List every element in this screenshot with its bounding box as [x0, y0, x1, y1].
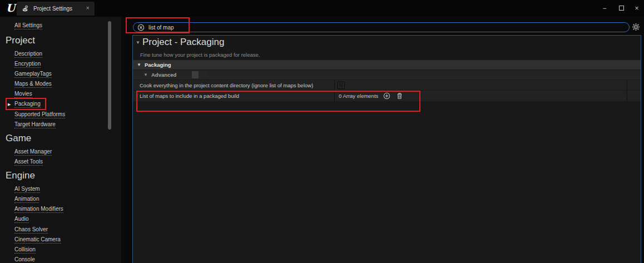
- sidebar-item-gameplaytags[interactable]: GameplayTags: [14, 71, 52, 77]
- sidebar-section-project: Project: [6, 35, 35, 46]
- property-row-cook-everything: Cook everything in the project content d…: [133, 80, 641, 90]
- clear-search-icon[interactable]: [137, 24, 145, 31]
- sidebar-section-game: Game: [6, 133, 31, 144]
- property-label: List of maps to include in a packaged bu…: [133, 91, 334, 101]
- sidebar-item-maps-modes[interactable]: Maps & Modes: [14, 81, 52, 87]
- category-label: Packaging: [145, 62, 171, 68]
- sidebar-item-animation[interactable]: Animation: [14, 196, 39, 202]
- sidebar-item-cinematic-camera[interactable]: Cinematic Camera: [14, 236, 61, 243]
- details-panel: ▼ Project - Packaging Fine tune how your…: [132, 35, 641, 263]
- sidebar-item-chaos-solver[interactable]: Chaos Solver: [14, 226, 48, 233]
- advanced-thumb-dark: [200, 71, 206, 78]
- sidebar-item-movies[interactable]: Movies: [14, 91, 32, 97]
- unreal-logo-icon: U: [4, 1, 17, 14]
- sidebar-item-audio[interactable]: Audio: [14, 216, 29, 222]
- close-button[interactable]: ×: [631, 2, 643, 14]
- tab-close-icon[interactable]: ×: [86, 4, 90, 11]
- sidebar-item-animation-modifiers[interactable]: Animation Modifiers: [14, 206, 63, 212]
- search-input[interactable]: [148, 23, 629, 31]
- sidebar-item-encryption[interactable]: Encryption: [14, 61, 41, 67]
- sidebar-item-target-hardware[interactable]: Target Hardware: [14, 121, 56, 128]
- maximize-button[interactable]: [615, 2, 627, 14]
- maximize-icon: [619, 6, 624, 11]
- property-label: Cook everything in the project content d…: [133, 80, 334, 90]
- tab-project-settings[interactable]: Project Settings ×: [17, 2, 95, 16]
- advanced-group[interactable]: ▼ Advanced: [133, 70, 641, 80]
- category-packaging[interactable]: ▼ Packaging: [133, 60, 641, 70]
- array-elements-count: 0 Array elements: [339, 93, 378, 99]
- selected-arrow-icon: ▶: [8, 101, 11, 108]
- sidebar-item-console[interactable]: Console: [14, 256, 35, 263]
- row-extra-cell: [627, 80, 641, 90]
- sidebar-item-supported-platforms[interactable]: Supported Platforms: [14, 111, 65, 118]
- sidebar-section-engine: Engine: [6, 170, 35, 181]
- sidebar-item-description[interactable]: Description: [14, 51, 42, 57]
- add-array-element-icon[interactable]: [383, 92, 390, 100]
- section-header: ▼ Project - Packaging Fine tune how your…: [133, 36, 641, 60]
- sidebar-item-packaging[interactable]: ▶ Packaging: [14, 101, 41, 107]
- collapse-category-icon[interactable]: ▼: [137, 62, 141, 67]
- sidebar-item-collision[interactable]: Collision: [14, 246, 36, 253]
- advanced-label: Advanced: [151, 72, 176, 78]
- search-box[interactable]: [133, 22, 630, 32]
- page-subtitle: Fine tune how your project is packaged f…: [140, 52, 260, 58]
- tab-title: Project Settings: [33, 6, 72, 12]
- minimize-button[interactable]: −: [598, 2, 611, 14]
- title-bar: U Project Settings × − ×: [0, 0, 644, 17]
- collapse-section-icon[interactable]: ▼: [136, 40, 140, 45]
- sidebar-scrollbar[interactable]: [108, 21, 111, 130]
- sidebar-item-all-settings[interactable]: All Settings: [14, 22, 42, 29]
- page-title: Project - Packaging: [142, 37, 224, 48]
- sidebar-item-asset-manager[interactable]: Asset Manager: [14, 148, 52, 155]
- row-extra-cell: [627, 91, 641, 101]
- cook-everything-checkbox[interactable]: [338, 82, 345, 89]
- advanced-thumb-light: [192, 71, 199, 78]
- delete-array-icon[interactable]: [396, 92, 403, 100]
- project-settings-window: U Project Settings × − × All Settings Pr…: [0, 0, 644, 263]
- settings-sidebar: All Settings Project Description Encrypt…: [0, 17, 121, 263]
- sidebar-item-ai-system[interactable]: AI System: [14, 186, 40, 192]
- property-row-list-of-maps: List of maps to include in a packaged bu…: [133, 91, 641, 101]
- settings-gear-icon[interactable]: [632, 23, 640, 31]
- project-settings-icon: [22, 5, 29, 12]
- sidebar-item-asset-tools[interactable]: Asset Tools: [14, 158, 43, 165]
- collapse-advanced-icon[interactable]: ▼: [143, 72, 148, 77]
